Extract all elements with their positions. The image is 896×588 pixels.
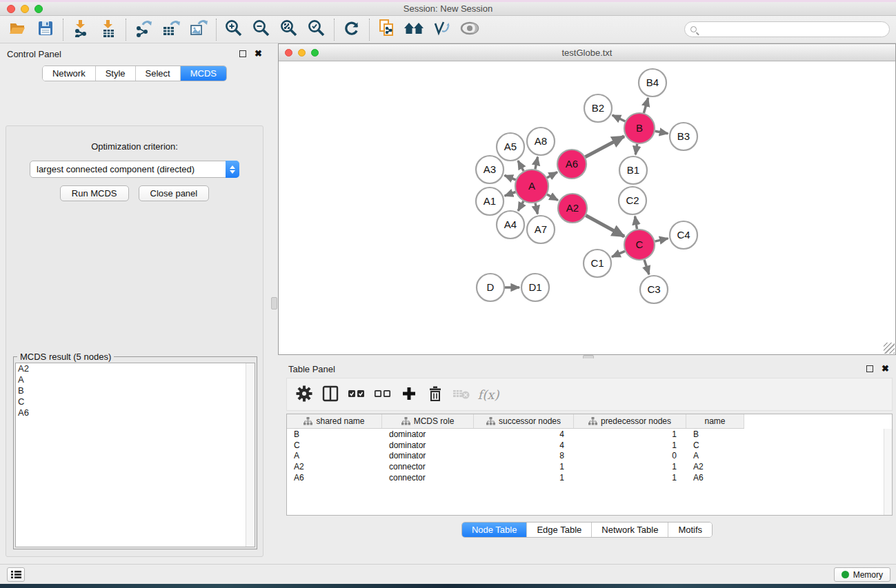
graph-node-A5[interactable]: A5 [497,133,524,161]
graph-node-C3[interactable]: C3 [640,276,668,303]
gear-button[interactable] [292,383,316,406]
table-row[interactable]: Bdominator41B [287,429,892,440]
table-close-panel-icon[interactable]: ✖ [882,365,889,372]
columns-button[interactable] [319,383,342,406]
eye-button[interactable] [456,18,484,41]
edge-A-A3[interactable] [504,175,515,179]
edge-C-C1[interactable] [612,251,625,256]
edge-C-C3[interactable] [644,260,649,274]
run-mcds-button[interactable]: Run MCDS [60,185,129,201]
export-table-button[interactable] [157,18,185,41]
edge-A2-C[interactable] [586,216,624,236]
close-panel-button[interactable]: Close panel [139,185,210,201]
tab-mcds[interactable]: MCDS [181,66,226,81]
table-row[interactable]: A2connector11A2 [287,461,892,472]
graph-node-A1[interactable]: A1 [476,187,504,215]
graph-node-A2[interactable]: A2 [558,194,587,223]
graph-node-B2[interactable]: B2 [584,94,612,122]
edge-A-A2[interactable] [547,194,558,201]
edge-A-A4[interactable] [518,201,524,211]
result-item[interactable]: C [16,396,255,407]
table-scrollbar[interactable] [884,429,892,515]
network-window-titlebar[interactable]: testGlobe.txt [279,44,895,61]
graph-node-C2[interactable]: C2 [619,187,646,214]
zoom-out-button[interactable] [248,18,275,41]
column-header-name[interactable]: name [686,414,744,428]
tab-network-table[interactable]: Network Table [592,523,668,537]
edge-C-C2[interactable] [635,216,637,230]
open-file-button[interactable] [4,18,32,41]
memory-button[interactable]: Memory [834,567,890,582]
graph-node-A4[interactable]: A4 [497,211,524,239]
search-field[interactable] [684,21,890,37]
vertical-splitter-handle[interactable] [271,297,277,310]
graph-node-B4[interactable]: B4 [639,69,666,97]
tab-motifs[interactable]: Motifs [668,523,712,537]
float-panel-icon[interactable] [239,50,246,57]
export-image-button[interactable] [185,18,212,41]
result-scrollbar[interactable] [246,363,255,547]
deselect-all-button[interactable] [371,383,395,406]
result-item[interactable]: A2 [16,363,255,374]
edge-A-A7[interactable] [535,203,537,214]
import-network-button[interactable] [67,18,94,41]
edge-B-B3[interactable] [655,131,668,134]
edge-A-A5[interactable] [518,161,524,171]
table-row[interactable]: Adominator80A [287,451,892,462]
validate-button[interactable] [428,18,456,41]
graph-node-D1[interactable]: D1 [521,274,549,301]
graph-node-A[interactable]: A [515,170,548,203]
graph-node-B[interactable]: B [624,113,655,143]
edge-A-A8[interactable] [535,157,538,170]
network-canvas[interactable]: B4B2BB3A8A5A6A3B1AA1C2A2A4A7C4CC1DD1C3 [279,61,895,354]
edge-B-B1[interactable] [635,144,637,154]
graph-node-C[interactable]: C [624,230,655,260]
select-all-button[interactable] [345,383,368,406]
edge-A-A6[interactable] [547,172,557,178]
zoom-in-button[interactable] [220,18,248,41]
edge-A-A1[interactable] [505,192,516,196]
delete-row-button[interactable] [424,383,447,406]
graph-node-A6[interactable]: A6 [557,150,586,179]
graph-node-B1[interactable]: B1 [619,156,647,184]
result-item[interactable]: A6 [16,407,255,418]
edge-B-B4[interactable] [644,98,648,113]
home-button[interactable] [401,18,428,41]
edge-B-B2[interactable] [613,115,626,121]
graph-node-C1[interactable]: C1 [584,250,611,277]
column-header-MCDS-role[interactable]: MCDS role [382,414,474,428]
add-row-button[interactable] [397,383,421,406]
tab-edge-table[interactable]: Edge Table [527,523,592,537]
column-header-successor-nodes[interactable]: successor nodes [474,414,574,428]
table-float-panel-icon[interactable] [866,365,873,372]
tab-style[interactable]: Style [96,66,136,81]
table-row[interactable]: Cdominator41C [287,440,892,451]
task-history-button[interactable] [7,567,25,582]
import-table-button[interactable] [94,18,122,41]
graph-node-A3[interactable]: A3 [476,156,504,183]
duplicate-network-button[interactable] [373,18,401,41]
export-network-button[interactable] [130,18,157,41]
column-header-shared-name[interactable]: shared name [287,414,382,428]
tab-select[interactable]: Select [136,66,181,81]
refresh-button[interactable] [338,18,366,41]
criterion-dropdown[interactable]: largest connected component (directed) [30,161,239,178]
tab-node-table[interactable]: Node Table [462,523,528,537]
window-resize-handle[interactable] [884,343,895,354]
table-row[interactable]: A6connector11A6 [287,472,892,483]
save-session-button[interactable] [32,18,59,41]
edge-A6-B[interactable] [585,136,624,157]
graph-node-B3[interactable]: B3 [670,123,697,150]
result-item[interactable]: A [16,374,255,385]
zoom-selected-button[interactable] [303,18,330,41]
zoom-fit-button[interactable] [275,18,303,41]
tab-network[interactable]: Network [43,66,96,81]
close-panel-icon[interactable]: ✖ [255,50,262,57]
column-header-predecessor-nodes[interactable]: predecessor nodes [574,414,686,428]
graph-node-A7[interactable]: A7 [527,216,555,243]
search-input[interactable] [701,25,889,34]
edge-C-C4[interactable] [655,239,668,241]
graph-node-C4[interactable]: C4 [670,221,697,249]
graph-node-A8[interactable]: A8 [527,128,555,155]
result-item[interactable]: B [16,385,255,396]
